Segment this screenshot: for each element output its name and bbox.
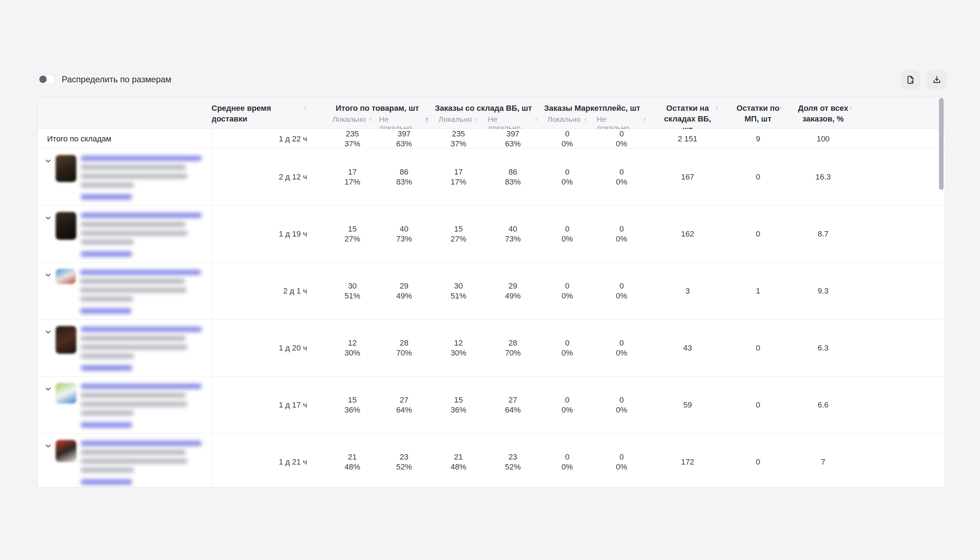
sort-up-icon: ↑ xyxy=(779,104,783,113)
chevron-down-icon[interactable] xyxy=(43,157,53,166)
header-stock-mp[interactable]: Остатки по МП, шт ↑ xyxy=(729,97,788,128)
header-totals-group: Итого по товарам, шт xyxy=(326,97,429,115)
stock-wb-value: 167 xyxy=(647,172,729,182)
wb-nonlocal-value: 39763% xyxy=(488,129,538,149)
product-title-link[interactable] xyxy=(80,384,202,389)
header-delivery-time[interactable]: Среднее время доставки ↑ xyxy=(211,97,326,115)
toolbar: Распределить по размерам xyxy=(37,74,171,85)
download-button[interactable] xyxy=(927,70,947,90)
product-info xyxy=(80,269,201,317)
totals-local-value: 1536% xyxy=(326,395,379,415)
product-article-text xyxy=(80,410,134,416)
product-article-text xyxy=(80,239,134,245)
product-subtitle-text xyxy=(80,335,186,341)
product-title-link[interactable] xyxy=(80,441,202,446)
wb-nonlocal-value: 2352% xyxy=(488,452,538,472)
row-delivery: 1 д 17 ч xyxy=(211,400,326,410)
header-stock-wb[interactable]: Остатки на складах ВБ, шт ↑ xyxy=(647,97,729,128)
product-title-link[interactable] xyxy=(80,213,202,218)
product-thumbnail xyxy=(56,155,76,182)
subheader-wb-local[interactable]: Локально↑ xyxy=(429,115,488,128)
toolbar-actions xyxy=(900,70,947,90)
chevron-down-icon[interactable] xyxy=(43,270,53,280)
chevron-down-icon[interactable] xyxy=(43,384,53,393)
row-delivery: 2 д 1 ч xyxy=(211,286,326,296)
stock-mp-value: 9 xyxy=(729,134,788,144)
subheader-mp-local[interactable]: Локально↑ xyxy=(538,115,597,128)
chevron-down-icon[interactable] xyxy=(43,213,53,223)
share-value: 7 xyxy=(788,457,859,467)
totals-nonlocal-value: 8683% xyxy=(379,167,429,187)
totals-local-value: 1230% xyxy=(326,338,379,358)
chevron-down-icon[interactable] xyxy=(43,327,53,337)
product-action-link[interactable] xyxy=(80,194,132,200)
totals-delivery: 1 д 22 ч xyxy=(211,134,326,144)
mp-local-value: 00% xyxy=(538,281,597,301)
header-wb-orders-group: Заказы со склада ВБ, шт xyxy=(429,97,538,115)
share-value: 8.7 xyxy=(788,229,859,239)
row-delivery: 1 д 19 ч xyxy=(211,229,326,239)
stock-mp-value: 0 xyxy=(729,229,788,239)
stock-wb-value: 3 xyxy=(647,286,729,296)
totals-nonlocal-value: 2949% xyxy=(379,281,429,301)
product-action-link[interactable] xyxy=(80,308,132,314)
totals-local-value: 23537% xyxy=(326,129,379,149)
subheader-totals-local[interactable]: Локально↑ xyxy=(326,115,379,128)
product-action-link[interactable] xyxy=(80,251,132,257)
totals-nonlocal-value: 2764% xyxy=(379,395,429,415)
product-subtitle-text xyxy=(80,222,186,227)
mp-local-value: 00% xyxy=(538,452,597,472)
sort-up-icon: ↑ xyxy=(584,115,587,124)
mp-nonlocal-value: 00% xyxy=(597,338,647,358)
mp-nonlocal-value: 00% xyxy=(597,129,647,149)
chevron-down-icon[interactable] xyxy=(43,442,53,451)
product-subtitle-text xyxy=(80,393,186,398)
product-thumbnail xyxy=(56,440,76,462)
product-info xyxy=(80,155,202,203)
subheader-wb-nonlocal[interactable]: Не локально↑ xyxy=(488,115,538,128)
product-warehouses-text xyxy=(80,345,187,350)
product-cell xyxy=(38,320,211,377)
totals-local-value: 1527% xyxy=(326,224,379,244)
product-thumbnail xyxy=(56,326,76,354)
product-action-link[interactable] xyxy=(80,422,132,428)
sort-up-icon: ↑ xyxy=(534,115,538,124)
product-cell xyxy=(38,377,211,433)
mp-local-value: 00% xyxy=(538,167,597,187)
share-value: 100 xyxy=(788,134,859,144)
product-article-text xyxy=(80,467,134,473)
row-delivery: 1 д 21 ч xyxy=(211,457,326,467)
stock-wb-value: 59 xyxy=(647,400,729,410)
row-delivery: 2 д 12 ч xyxy=(211,172,326,182)
report-file-button[interactable] xyxy=(900,70,920,90)
product-action-link[interactable] xyxy=(80,479,132,485)
wb-local-value: 1536% xyxy=(429,395,488,415)
header-orders-share[interactable]: Доля от всех заказов, % ↑ xyxy=(788,97,859,128)
totals-nonlocal-value: 2352% xyxy=(379,452,429,472)
totals-row-label: Итого по складам xyxy=(38,134,211,143)
mp-local-value: 00% xyxy=(538,338,597,358)
vertical-scrollbar[interactable] xyxy=(939,98,943,190)
mp-nonlocal-value: 00% xyxy=(597,224,647,244)
sort-up-icon: ↑ xyxy=(715,104,719,113)
share-value: 6.6 xyxy=(788,400,859,410)
subheader-mp-nonlocal[interactable]: Не локально↑ xyxy=(597,115,647,128)
wb-local-value: 23537% xyxy=(429,129,488,149)
share-value: 6.3 xyxy=(788,343,859,353)
product-title-link[interactable] xyxy=(80,156,202,161)
mp-nonlocal-value: 00% xyxy=(597,395,647,415)
product-warehouses-text xyxy=(80,287,187,293)
mp-local-value: 00% xyxy=(538,395,597,415)
share-value: 16.3 xyxy=(788,172,859,182)
stock-mp-value: 0 xyxy=(729,343,788,353)
wb-local-value: 2148% xyxy=(429,452,488,472)
distribute-by-sizes-toggle[interactable] xyxy=(37,74,55,85)
product-title-link[interactable] xyxy=(80,270,201,275)
table-row: 2 д 12 ч 1717% 8683% 1717% 8683% 00% 00%… xyxy=(38,148,945,205)
product-article-text xyxy=(80,353,134,359)
product-title-link[interactable] xyxy=(80,327,202,332)
product-action-link[interactable] xyxy=(80,365,132,371)
product-info xyxy=(80,212,202,260)
product-info xyxy=(80,383,202,432)
subheader-totals-nonlocal[interactable]: Не локально↑ xyxy=(379,115,429,128)
